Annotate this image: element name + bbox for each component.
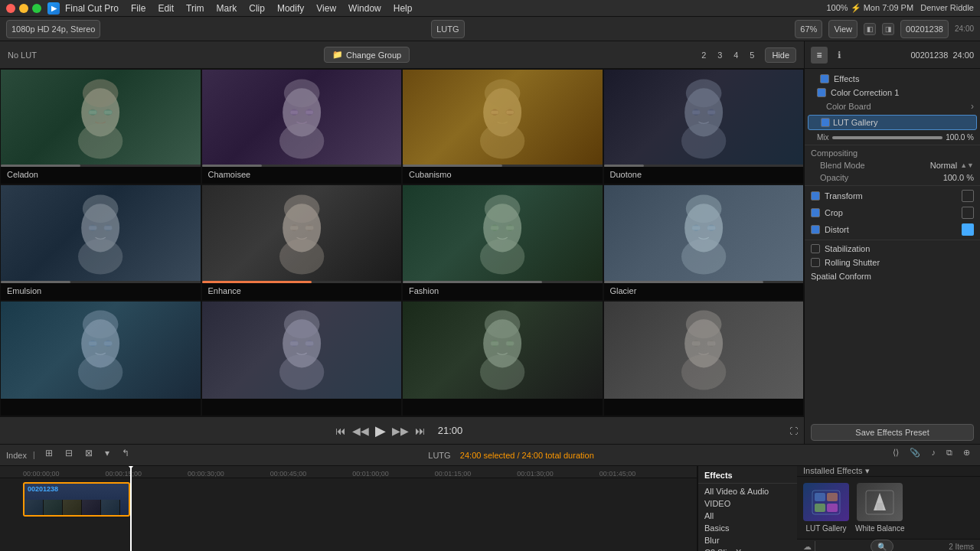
minimize-window-button[interactable] (19, 4, 28, 13)
panel-toggle-right[interactable]: ◨ (882, 23, 894, 35)
menu-clip[interactable]: Clip (243, 2, 270, 15)
distort-item[interactable]: Distort (805, 221, 980, 238)
menu-view[interactable]: View (311, 2, 341, 15)
opacity-value[interactable]: 100.0 % (943, 173, 974, 182)
category-c2-slicex[interactable]: C2 SliceX (698, 546, 797, 551)
lut-cell-glacier[interactable]: Glacier (603, 184, 805, 300)
timeline-tool-5[interactable]: ↰ (118, 448, 133, 463)
go-to-start-button[interactable]: ⏮ (335, 425, 346, 437)
color-correction-item[interactable]: Color Correction 1 (805, 86, 980, 99)
timeline-right-btn-5[interactable]: ⊕ (959, 448, 974, 463)
change-group-button[interactable]: 📁 Change Group (324, 47, 410, 63)
menu-trim[interactable]: Trim (181, 2, 210, 15)
hide-button[interactable]: Hide (765, 47, 796, 63)
category-video[interactable]: VIDEO (698, 497, 797, 510)
timeline-right-btn-2[interactable]: 📎 (906, 448, 924, 463)
menu-final-cut-pro[interactable]: Final Cut Pro (60, 2, 124, 15)
timeline-tool-4[interactable]: ▾ (101, 448, 113, 463)
lut-cell-row3b[interactable] (201, 301, 403, 416)
timeline-tool-3[interactable]: ⊠ (81, 448, 96, 463)
rolling-shutter-item[interactable]: Rolling Shutter (805, 256, 980, 269)
tick-6: 00:01:30;00 (517, 470, 554, 478)
lut-cell-row3c[interactable] (402, 301, 603, 416)
lut-label-celadon: Celadon (1, 167, 201, 184)
lut-cell-emulsion[interactable]: Emulsion (0, 184, 201, 300)
timecode-value: 00201238 (906, 24, 943, 34)
effects-section[interactable]: Effects (805, 72, 980, 86)
timecode-field[interactable]: 00201238 (900, 20, 949, 38)
panel-toggle-left[interactable]: ◧ (864, 23, 876, 35)
play-forward-button[interactable]: ▶▶ (392, 425, 409, 437)
distort-edit-icon (962, 223, 974, 236)
timeline-right-btn-3[interactable]: ♪ (927, 448, 939, 463)
video-clip[interactable]: 00201238 (23, 482, 130, 517)
transform-item[interactable]: Transform (805, 187, 980, 204)
category-effects[interactable]: Effects (698, 469, 797, 481)
page-num-2[interactable]: 2 (697, 48, 710, 62)
lut-cell-celadon[interactable]: Celadon (0, 69, 201, 184)
page-num-3[interactable]: 3 (713, 48, 727, 62)
index-label[interactable]: Index (6, 451, 27, 460)
lut-cell-cubanismo[interactable]: Cubanismo (402, 69, 603, 184)
effects-search[interactable]: 🔍 (871, 540, 893, 551)
lut-cell-row3d[interactable] (603, 301, 805, 416)
blend-mode-value[interactable]: Normal ▲▼ (930, 161, 974, 170)
white-balance-thumbnail[interactable]: White Balance (855, 483, 904, 533)
spatial-conform-item[interactable]: Spatial Conform (805, 269, 980, 283)
timeline-tool-2[interactable]: ⊟ (61, 448, 77, 463)
lut-cell-enhance[interactable]: Enhance (201, 184, 403, 300)
color-board-expand-icon[interactable]: › (971, 101, 974, 112)
svg-rect-53 (692, 226, 700, 230)
crop-item[interactable]: Crop (805, 204, 980, 221)
category-all[interactable]: All (698, 510, 797, 522)
timeline-area: 00:00:00;00 00:00:15;00 00:00:30;00 00:0… (0, 466, 980, 551)
lut-cell-row3a[interactable] (0, 301, 201, 416)
svg-rect-40 (305, 226, 313, 230)
category-all-video-audio[interactable]: All Video & Audio (698, 485, 797, 497)
stabilization-item[interactable]: Stabilization (805, 242, 980, 256)
menu-modify[interactable]: Modify (272, 2, 309, 15)
crop-expand-icon (962, 207, 974, 219)
play-button[interactable]: ▶ (375, 422, 386, 439)
category-blur[interactable]: Blur (698, 534, 797, 546)
go-to-end-button[interactable]: ⏭ (415, 425, 426, 437)
lut-cell-fashion[interactable]: Fashion (402, 184, 603, 300)
fullscreen-button[interactable]: ⛶ (789, 426, 798, 435)
save-effects-preset-button[interactable]: Save Effects Preset (811, 424, 974, 441)
play-backward-button[interactable]: ◀◀ (352, 425, 369, 437)
timeline-right-btn-1[interactable]: ⟨⟩ (889, 448, 903, 463)
items-count: 2 Items (949, 543, 974, 551)
menu-window[interactable]: Window (343, 2, 387, 15)
category-basics[interactable]: Basics (698, 522, 797, 534)
distort-label: Distort (825, 225, 849, 234)
zoom-level[interactable]: 67% (795, 20, 822, 38)
lut-indicator[interactable]: LUTG (431, 20, 464, 38)
installed-effects-header: Installed Effects ▾ (797, 466, 980, 477)
timeline-right-btn-4[interactable]: ⧉ (942, 448, 956, 463)
close-window-button[interactable] (6, 4, 15, 13)
page-num-4[interactable]: 4 (729, 48, 743, 62)
menu-help[interactable]: Help (388, 2, 418, 15)
mix-slider[interactable] (832, 136, 943, 139)
color-board-item[interactable]: Color Board › (805, 99, 980, 113)
fullscreen-window-button[interactable] (32, 4, 41, 13)
blend-mode-row[interactable]: Blend Mode Normal ▲▼ (805, 159, 980, 171)
lut-cell-chamoisee[interactable]: Chamoisee (201, 69, 403, 184)
svg-point-50 (685, 194, 721, 223)
effects-panel-icon[interactable]: ≡ (811, 47, 828, 64)
svg-rect-87 (815, 504, 825, 512)
menu-file[interactable]: File (126, 2, 151, 15)
timeline-tool-1[interactable]: ⊞ (41, 448, 57, 463)
lut-cell-duotone[interactable]: Duotone (603, 69, 805, 184)
view-button[interactable]: View (828, 20, 858, 38)
playhead[interactable] (130, 466, 132, 551)
svg-point-15 (485, 79, 521, 107)
lut-gallery-thumbnail[interactable]: LUT Gallery (803, 483, 849, 533)
menu-edit[interactable]: Edit (152, 2, 179, 15)
svg-point-41 (279, 239, 324, 275)
lut-preview-glacier (604, 185, 804, 282)
lut-gallery-item[interactable]: LUT Gallery (808, 115, 977, 130)
page-num-5[interactable]: 5 (745, 48, 759, 62)
info-panel-icon[interactable]: ℹ (831, 47, 848, 64)
menu-mark[interactable]: Mark (211, 2, 243, 15)
